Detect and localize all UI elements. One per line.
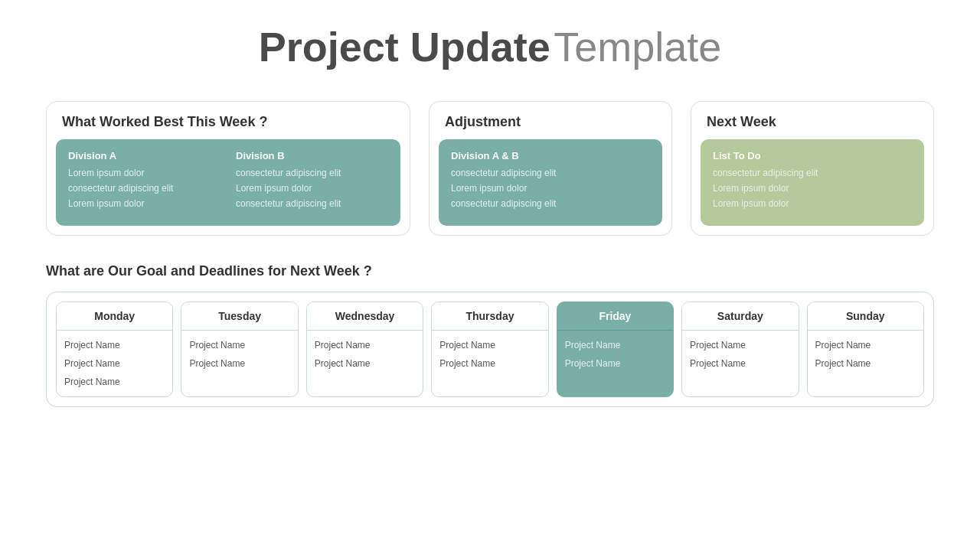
division-item: consectetur adipiscing elit: [236, 168, 388, 178]
day-col-tuesday: TuesdayProject NameProject Name: [181, 302, 298, 397]
division-title: Division A: [68, 150, 220, 161]
division-item: consectetur adipiscing elit: [236, 198, 388, 209]
day-body-thursday: Project NameProject Name: [432, 331, 547, 378]
card-inner-green: List To Doconsectetur adipiscing elitLor…: [701, 139, 924, 226]
project-item: Project Name: [189, 358, 289, 369]
card-header-what-worked: What Worked Best This Week ?: [47, 102, 410, 139]
day-col-wednesday: WednesdayProject NameProject Name: [306, 302, 423, 397]
day-body-saturday: Project NameProject Name: [682, 331, 798, 378]
day-header-wednesday: Wednesday: [307, 302, 423, 331]
day-col-sunday: SundayProject NameProject Name: [807, 302, 924, 397]
division-item: Lorem ipsum dolor: [451, 183, 650, 194]
division-item: consectetur adipiscing elit: [713, 168, 912, 178]
day-header-sunday: Sunday: [808, 302, 923, 331]
top-cards: What Worked Best This Week ?Division ALo…: [46, 101, 934, 236]
project-item: Project Name: [565, 358, 665, 369]
day-body-monday: Project NameProject NameProject Name: [57, 331, 172, 396]
day-col-saturday: SaturdayProject NameProject Name: [681, 302, 799, 397]
day-col-friday: FridayProject NameProject Name: [557, 302, 674, 397]
division-item: consectetur adipiscing elit: [451, 198, 650, 209]
goals-title: What are Our Goal and Deadlines for Next…: [46, 263, 934, 279]
division-title: Division A & B: [451, 150, 650, 161]
title-light: Template: [554, 24, 721, 70]
project-item: Project Name: [815, 358, 916, 369]
week-grid: MondayProject NameProject NameProject Na…: [46, 292, 934, 407]
day-col-monday: MondayProject NameProject NameProject Na…: [56, 302, 173, 397]
division-col-1: Division Bconsectetur adipiscing elitLor…: [236, 150, 388, 214]
page: Project Update Template What Worked Best…: [0, 0, 980, 551]
day-body-wednesday: Project NameProject Name: [307, 331, 423, 378]
division-title: Division B: [236, 150, 388, 161]
division-col-0: Division ALorem ipsum dolorconsectetur a…: [68, 150, 220, 214]
card-adjustment: AdjustmentDivision A & Bconsectetur adip…: [429, 101, 672, 236]
division-item: consectetur adipiscing elit: [451, 168, 650, 178]
day-header-thursday: Thursday: [432, 302, 547, 331]
division-item: Lorem ipsum dolor: [68, 168, 220, 178]
project-item: Project Name: [315, 358, 415, 369]
project-item: Project Name: [64, 358, 165, 369]
day-body-sunday: Project NameProject Name: [808, 331, 923, 378]
project-item: Project Name: [64, 377, 165, 387]
division-item: Lorem ipsum dolor: [236, 183, 388, 194]
project-item: Project Name: [690, 358, 790, 369]
card-inner-teal: Division ALorem ipsum dolorconsectetur a…: [56, 139, 400, 226]
division-item: Lorem ipsum dolor: [713, 183, 912, 194]
day-header-saturday: Saturday: [682, 302, 798, 331]
day-header-tuesday: Tuesday: [181, 302, 297, 331]
day-body-friday: Project NameProject Name: [557, 331, 673, 378]
project-item: Project Name: [439, 358, 540, 369]
project-item: Project Name: [815, 340, 916, 350]
card-header-next-week: Next Week: [691, 102, 933, 139]
division-item: Lorem ipsum dolor: [68, 198, 220, 209]
goals-section: What are Our Goal and Deadlines for Next…: [46, 263, 934, 407]
title-bold: Project Update: [259, 24, 550, 70]
card-next-week: Next WeekList To Doconsectetur adipiscin…: [691, 101, 934, 236]
day-body-tuesday: Project NameProject Name: [181, 331, 297, 378]
title-section: Project Update Template: [46, 23, 934, 70]
division-title: List To Do: [713, 150, 912, 161]
day-header-friday: Friday: [557, 302, 673, 331]
division-item: Lorem ipsum dolor: [713, 198, 912, 209]
card-header-adjustment: Adjustment: [430, 102, 671, 139]
project-item: Project Name: [439, 340, 540, 350]
day-header-monday: Monday: [57, 302, 172, 331]
division-item: consectetur adipiscing elit: [68, 183, 220, 194]
project-item: Project Name: [690, 340, 790, 350]
day-col-thursday: ThursdayProject NameProject Name: [431, 302, 548, 397]
project-item: Project Name: [64, 340, 165, 350]
card-what-worked: What Worked Best This Week ?Division ALo…: [46, 101, 410, 236]
project-item: Project Name: [189, 340, 289, 350]
card-inner-teal-single: Division A & Bconsectetur adipiscing eli…: [439, 139, 662, 226]
project-item: Project Name: [565, 340, 665, 350]
project-item: Project Name: [315, 340, 415, 350]
